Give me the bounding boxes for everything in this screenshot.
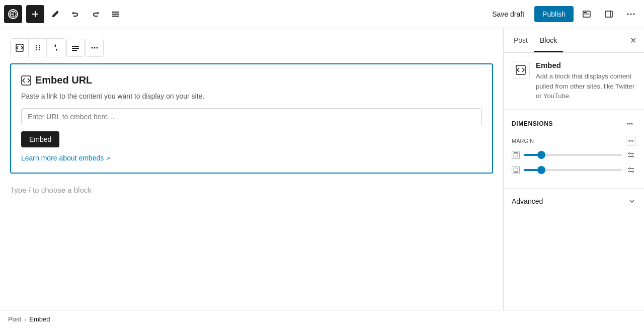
margin-label-row: MARGIN: [512, 136, 636, 146]
advanced-section: Advanced: [504, 189, 644, 214]
svg-point-31: [627, 123, 629, 124]
margin-slider-1-container: [524, 150, 622, 160]
dimensions-header: Dimensions: [512, 118, 636, 130]
block-type-button[interactable]: [11, 39, 29, 57]
embed-block-description: Paste a link to the content you want to …: [21, 92, 482, 100]
publish-button[interactable]: Publish: [534, 6, 574, 22]
embed-icon: [21, 75, 31, 86]
wp-logo-inner: [8, 9, 18, 19]
learn-more-link[interactable]: Learn more about embeds ↗: [21, 154, 110, 162]
margin-bottom-indicator: [512, 166, 520, 174]
svg-point-26: [92, 47, 93, 49]
editor-area: Embed URL Paste a link to the content yo…: [0, 28, 503, 310]
embed-block-title-text: Embed URL: [35, 74, 92, 86]
unlink-icon: [628, 138, 634, 144]
block-info: Embed Add a block that displays content …: [512, 61, 636, 101]
embed-submit-button[interactable]: Embed: [21, 131, 59, 147]
svg-point-18: [38, 45, 39, 46]
list-view-button[interactable]: [107, 5, 125, 23]
svg-rect-42: [514, 168, 518, 172]
svg-rect-35: [631, 140, 633, 141]
svg-point-41: [632, 155, 633, 157]
pencil-icon: [51, 10, 59, 18]
svg-rect-11: [605, 11, 612, 17]
margin-slider-row-1: [512, 150, 636, 160]
breadcrumb-embed: Embed: [29, 315, 50, 323]
redo-button[interactable]: [87, 5, 105, 23]
svg-point-13: [627, 13, 629, 15]
embed-block: Embed URL Paste a link to the content yo…: [10, 63, 493, 174]
svg-rect-7: [112, 16, 119, 17]
undo-button[interactable]: [66, 5, 85, 23]
margin-top-indicator: [512, 151, 520, 159]
top-toolbar: Save draft Publish: [0, 0, 644, 28]
dimensions-menu-button[interactable]: [624, 118, 636, 130]
breadcrumb: Post › Embed: [0, 310, 644, 328]
panel-tabs: Post Block ✕: [504, 28, 644, 53]
add-icon: [32, 11, 39, 18]
slider-2-settings-button[interactable]: [626, 165, 636, 175]
preview-icon: [583, 10, 591, 18]
external-link-icon: ↗: [106, 155, 110, 161]
ellipsis-icon: [627, 10, 635, 18]
url-input[interactable]: [21, 108, 482, 125]
unlink-button[interactable]: [626, 136, 636, 146]
type-hint: Type / to choose a block: [10, 182, 493, 198]
svg-rect-5: [112, 12, 119, 13]
svg-point-21: [35, 49, 36, 50]
preview-button[interactable]: [578, 5, 596, 23]
svg-point-17: [35, 45, 36, 46]
tab-post[interactable]: Post: [508, 28, 534, 52]
list-view-icon: [112, 10, 120, 18]
svg-rect-6: [112, 14, 119, 15]
more-block-options-button[interactable]: [86, 39, 104, 57]
svg-rect-36: [514, 153, 518, 157]
block-name: Embed: [536, 61, 636, 69]
align-icon: [71, 44, 79, 52]
margin-slider-2[interactable]: [524, 169, 622, 171]
advanced-header[interactable]: Advanced: [512, 197, 636, 206]
svg-rect-4: [32, 14, 38, 15]
chevron-down-icon: [628, 197, 636, 205]
slider-1-settings-button[interactable]: [626, 150, 636, 160]
breadcrumb-post: Post: [8, 315, 21, 323]
svg-point-20: [38, 47, 39, 48]
tools-button[interactable]: [46, 5, 64, 23]
svg-point-14: [630, 13, 632, 15]
dimensions-section: Dimensions MARGIN: [504, 110, 644, 189]
add-block-button[interactable]: [26, 5, 44, 23]
slider-settings-icon-2: [627, 167, 634, 174]
move-block-button[interactable]: [47, 39, 65, 57]
sidebar-icon: [605, 10, 613, 18]
save-draft-button[interactable]: Save draft: [486, 7, 530, 21]
top-side-icon: [513, 152, 518, 157]
block-toolbar: [10, 38, 493, 57]
block-embed-icon: [516, 65, 526, 75]
more-options-button[interactable]: [622, 5, 640, 23]
svg-point-19: [35, 47, 36, 48]
block-info-text: Embed Add a block that displays content …: [536, 61, 636, 101]
close-panel-button[interactable]: ✕: [626, 33, 640, 47]
margin-slider-1[interactable]: [524, 154, 622, 156]
block-icon-box: [512, 61, 530, 79]
three-dots-icon: [91, 44, 99, 52]
svg-rect-10: [584, 14, 589, 15]
align-button[interactable]: [66, 39, 85, 57]
top-bar-right: Save draft Publish: [486, 5, 640, 23]
wp-logo-svg: [10, 11, 17, 18]
tab-block[interactable]: Block: [534, 28, 563, 52]
svg-point-27: [94, 47, 96, 49]
dimensions-more-icon: [626, 120, 634, 128]
drag-handle-button[interactable]: [29, 39, 47, 57]
advanced-title: Advanced: [512, 197, 543, 205]
sidebar-toggle-button[interactable]: [600, 5, 618, 23]
move-icon: [52, 44, 60, 52]
svg-point-22: [38, 49, 39, 50]
breadcrumb-separator: ›: [24, 315, 26, 323]
wp-logo: [4, 5, 22, 23]
margin-slider-2-container: [524, 165, 622, 175]
advanced-chevron-icon: [628, 197, 636, 206]
svg-point-33: [631, 123, 633, 124]
bottom-side-icon: [513, 168, 518, 173]
slider-settings-icon: [627, 151, 634, 158]
